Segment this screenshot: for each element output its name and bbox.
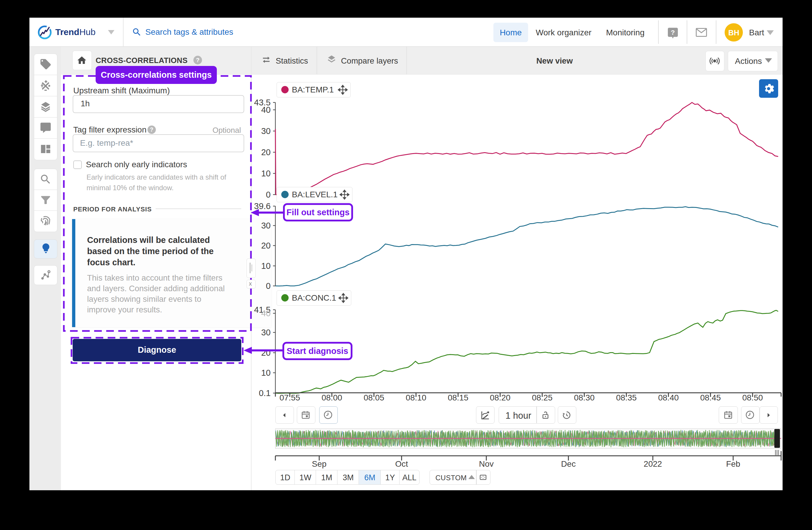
svg-text:Feb: Feb xyxy=(726,459,740,469)
svg-text:10: 10 xyxy=(261,261,271,270)
svg-text:40: 40 xyxy=(261,309,271,318)
svg-text:08:50: 08:50 xyxy=(742,393,763,402)
svg-text:Nov: Nov xyxy=(479,459,494,469)
svg-text:08:20: 08:20 xyxy=(490,393,510,402)
svg-text:08:40: 08:40 xyxy=(658,393,679,402)
svg-text:30: 30 xyxy=(261,328,271,337)
svg-text:08:05: 08:05 xyxy=(364,393,384,402)
svg-text:0: 0 xyxy=(266,281,271,291)
svg-text:08:10: 08:10 xyxy=(406,393,426,402)
svg-text:Sep: Sep xyxy=(312,459,327,469)
svg-text:07:55: 07:55 xyxy=(279,393,300,402)
svg-text:?: ? xyxy=(671,29,675,36)
svg-text:40: 40 xyxy=(261,105,271,114)
svg-text:2022: 2022 xyxy=(644,459,662,469)
svg-text:08:25: 08:25 xyxy=(532,393,552,402)
svg-text:30: 30 xyxy=(261,221,271,230)
svg-text:Oct: Oct xyxy=(395,459,408,469)
svg-text:10: 10 xyxy=(261,169,271,178)
svg-text:?: ? xyxy=(196,57,200,63)
svg-text:08:35: 08:35 xyxy=(616,393,637,402)
svg-text:0: 0 xyxy=(266,190,271,199)
svg-text:08:30: 08:30 xyxy=(574,393,595,402)
svg-text:08:00: 08:00 xyxy=(322,393,342,402)
svg-text:08:45: 08:45 xyxy=(700,393,721,402)
svg-text:20: 20 xyxy=(261,148,271,157)
svg-text:Dec: Dec xyxy=(561,459,576,469)
svg-text:0.1: 0.1 xyxy=(259,388,271,398)
svg-text:20: 20 xyxy=(261,241,271,250)
svg-text:08:15: 08:15 xyxy=(448,393,468,402)
svg-text:10: 10 xyxy=(261,368,271,377)
svg-text:30: 30 xyxy=(261,126,271,136)
